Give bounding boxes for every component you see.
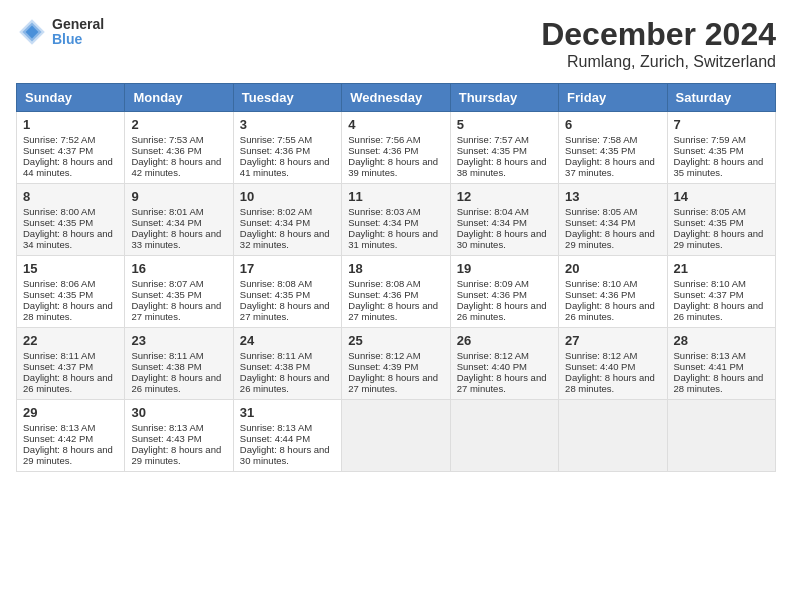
calendar-week-row: 8 Sunrise: 8:00 AM Sunset: 4:35 PM Dayli… xyxy=(17,184,776,256)
daylight-label: Daylight: 8 hours and 26 minutes. xyxy=(131,372,221,394)
calendar-week-row: 29 Sunrise: 8:13 AM Sunset: 4:42 PM Dayl… xyxy=(17,400,776,472)
calendar-day-cell: 25 Sunrise: 8:12 AM Sunset: 4:39 PM Dayl… xyxy=(342,328,450,400)
sunrise-label: Sunrise: 8:00 AM xyxy=(23,206,95,217)
calendar-day-cell: 2 Sunrise: 7:53 AM Sunset: 4:36 PM Dayli… xyxy=(125,112,233,184)
daylight-label: Daylight: 8 hours and 34 minutes. xyxy=(23,228,113,250)
day-number: 16 xyxy=(131,261,226,276)
calendar-day-cell: 9 Sunrise: 8:01 AM Sunset: 4:34 PM Dayli… xyxy=(125,184,233,256)
day-number: 28 xyxy=(674,333,769,348)
calendar-day-cell xyxy=(667,400,775,472)
calendar-day-cell: 11 Sunrise: 8:03 AM Sunset: 4:34 PM Dayl… xyxy=(342,184,450,256)
day-number: 29 xyxy=(23,405,118,420)
sunset-label: Sunset: 4:40 PM xyxy=(457,361,527,372)
sunset-label: Sunset: 4:43 PM xyxy=(131,433,201,444)
day-number: 17 xyxy=(240,261,335,276)
calendar-day-cell: 22 Sunrise: 8:11 AM Sunset: 4:37 PM Dayl… xyxy=(17,328,125,400)
day-number: 18 xyxy=(348,261,443,276)
sunset-label: Sunset: 4:40 PM xyxy=(565,361,635,372)
sunset-label: Sunset: 4:35 PM xyxy=(457,145,527,156)
day-number: 9 xyxy=(131,189,226,204)
calendar-day-cell: 23 Sunrise: 8:11 AM Sunset: 4:38 PM Dayl… xyxy=(125,328,233,400)
sunrise-label: Sunrise: 8:08 AM xyxy=(348,278,420,289)
sunset-label: Sunset: 4:38 PM xyxy=(131,361,201,372)
sunrise-label: Sunrise: 8:07 AM xyxy=(131,278,203,289)
day-number: 11 xyxy=(348,189,443,204)
sunrise-label: Sunrise: 8:11 AM xyxy=(240,350,312,361)
day-number: 22 xyxy=(23,333,118,348)
sunrise-label: Sunrise: 8:11 AM xyxy=(23,350,95,361)
sunset-label: Sunset: 4:34 PM xyxy=(565,217,635,228)
day-of-week-header: Sunday xyxy=(17,84,125,112)
calendar-day-cell: 17 Sunrise: 8:08 AM Sunset: 4:35 PM Dayl… xyxy=(233,256,341,328)
sunrise-label: Sunrise: 8:06 AM xyxy=(23,278,95,289)
daylight-label: Daylight: 8 hours and 39 minutes. xyxy=(348,156,438,178)
sunset-label: Sunset: 4:36 PM xyxy=(348,145,418,156)
calendar-day-cell: 10 Sunrise: 8:02 AM Sunset: 4:34 PM Dayl… xyxy=(233,184,341,256)
daylight-label: Daylight: 8 hours and 28 minutes. xyxy=(23,300,113,322)
day-of-week-header: Monday xyxy=(125,84,233,112)
calendar-week-row: 15 Sunrise: 8:06 AM Sunset: 4:35 PM Dayl… xyxy=(17,256,776,328)
daylight-label: Daylight: 8 hours and 26 minutes. xyxy=(565,300,655,322)
sunrise-label: Sunrise: 8:10 AM xyxy=(565,278,637,289)
daylight-label: Daylight: 8 hours and 26 minutes. xyxy=(23,372,113,394)
calendar-week-row: 22 Sunrise: 8:11 AM Sunset: 4:37 PM Dayl… xyxy=(17,328,776,400)
title-block: December 2024 Rumlang, Zurich, Switzerla… xyxy=(541,16,776,71)
day-number: 20 xyxy=(565,261,660,276)
sunset-label: Sunset: 4:34 PM xyxy=(240,217,310,228)
daylight-label: Daylight: 8 hours and 27 minutes. xyxy=(348,300,438,322)
calendar-day-cell: 21 Sunrise: 8:10 AM Sunset: 4:37 PM Dayl… xyxy=(667,256,775,328)
day-of-week-header: Thursday xyxy=(450,84,558,112)
day-number: 31 xyxy=(240,405,335,420)
sunrise-label: Sunrise: 8:01 AM xyxy=(131,206,203,217)
day-of-week-header: Saturday xyxy=(667,84,775,112)
sunrise-label: Sunrise: 8:13 AM xyxy=(240,422,312,433)
calendar-day-cell: 5 Sunrise: 7:57 AM Sunset: 4:35 PM Dayli… xyxy=(450,112,558,184)
calendar-day-cell: 15 Sunrise: 8:06 AM Sunset: 4:35 PM Dayl… xyxy=(17,256,125,328)
calendar-day-cell: 1 Sunrise: 7:52 AM Sunset: 4:37 PM Dayli… xyxy=(17,112,125,184)
calendar-day-cell: 20 Sunrise: 8:10 AM Sunset: 4:36 PM Dayl… xyxy=(559,256,667,328)
sunrise-label: Sunrise: 8:13 AM xyxy=(131,422,203,433)
sunrise-label: Sunrise: 8:13 AM xyxy=(23,422,95,433)
day-number: 5 xyxy=(457,117,552,132)
sunset-label: Sunset: 4:44 PM xyxy=(240,433,310,444)
daylight-label: Daylight: 8 hours and 27 minutes. xyxy=(348,372,438,394)
day-number: 7 xyxy=(674,117,769,132)
day-number: 30 xyxy=(131,405,226,420)
daylight-label: Daylight: 8 hours and 38 minutes. xyxy=(457,156,547,178)
calendar-day-cell: 31 Sunrise: 8:13 AM Sunset: 4:44 PM Dayl… xyxy=(233,400,341,472)
daylight-label: Daylight: 8 hours and 27 minutes. xyxy=(457,372,547,394)
daylight-label: Daylight: 8 hours and 30 minutes. xyxy=(457,228,547,250)
sunset-label: Sunset: 4:35 PM xyxy=(240,289,310,300)
day-number: 1 xyxy=(23,117,118,132)
daylight-label: Daylight: 8 hours and 30 minutes. xyxy=(240,444,330,466)
logo-icon xyxy=(16,16,48,48)
sunset-label: Sunset: 4:37 PM xyxy=(23,361,93,372)
logo-line2: Blue xyxy=(52,32,104,47)
calendar-day-cell: 4 Sunrise: 7:56 AM Sunset: 4:36 PM Dayli… xyxy=(342,112,450,184)
sunset-label: Sunset: 4:36 PM xyxy=(565,289,635,300)
daylight-label: Daylight: 8 hours and 26 minutes. xyxy=(240,372,330,394)
sunset-label: Sunset: 4:39 PM xyxy=(348,361,418,372)
calendar-day-cell: 18 Sunrise: 8:08 AM Sunset: 4:36 PM Dayl… xyxy=(342,256,450,328)
day-number: 4 xyxy=(348,117,443,132)
logo-line1: General xyxy=(52,17,104,32)
sunset-label: Sunset: 4:36 PM xyxy=(457,289,527,300)
day-number: 12 xyxy=(457,189,552,204)
day-number: 3 xyxy=(240,117,335,132)
day-number: 6 xyxy=(565,117,660,132)
calendar-day-cell: 16 Sunrise: 8:07 AM Sunset: 4:35 PM Dayl… xyxy=(125,256,233,328)
daylight-label: Daylight: 8 hours and 26 minutes. xyxy=(457,300,547,322)
sunset-label: Sunset: 4:41 PM xyxy=(674,361,744,372)
daylight-label: Daylight: 8 hours and 35 minutes. xyxy=(674,156,764,178)
calendar-body: 1 Sunrise: 7:52 AM Sunset: 4:37 PM Dayli… xyxy=(17,112,776,472)
daylight-label: Daylight: 8 hours and 41 minutes. xyxy=(240,156,330,178)
calendar-day-cell: 14 Sunrise: 8:05 AM Sunset: 4:35 PM Dayl… xyxy=(667,184,775,256)
sunrise-label: Sunrise: 8:02 AM xyxy=(240,206,312,217)
day-number: 21 xyxy=(674,261,769,276)
day-number: 24 xyxy=(240,333,335,348)
daylight-label: Daylight: 8 hours and 27 minutes. xyxy=(240,300,330,322)
sunrise-label: Sunrise: 8:12 AM xyxy=(565,350,637,361)
calendar-day-cell: 7 Sunrise: 7:59 AM Sunset: 4:35 PM Dayli… xyxy=(667,112,775,184)
sunrise-label: Sunrise: 7:53 AM xyxy=(131,134,203,145)
daylight-label: Daylight: 8 hours and 27 minutes. xyxy=(131,300,221,322)
